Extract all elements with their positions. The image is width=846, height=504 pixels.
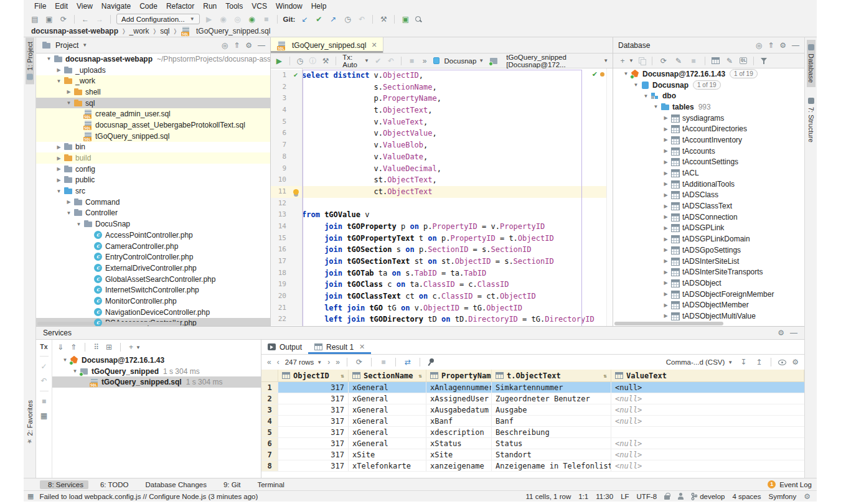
- tool-strip-favorites-tab[interactable]: ★ 2: Favorites: [26, 396, 34, 449]
- collapse-all-icon[interactable]: ⇑: [768, 41, 774, 50]
- gutter-icon[interactable]: [289, 209, 302, 221]
- view-options-icon[interactable]: [778, 360, 786, 365]
- sort-icon[interactable]: ⇅: [604, 373, 607, 379]
- editor-line[interactable]: 4 t.ObjectText,: [271, 105, 613, 116]
- cell[interactable]: <null>: [611, 438, 804, 449]
- tree-row[interactable]: MonitorController.php: [36, 296, 270, 307]
- editor-line[interactable]: 7 v.ValueBlob,: [271, 139, 613, 151]
- expand-arrow-icon[interactable]: [55, 156, 63, 161]
- editor-line[interactable]: 10 st.ObjectText,: [271, 174, 613, 186]
- menu-item[interactable]: Window: [271, 1, 307, 11]
- expand-arrow-icon[interactable]: [662, 159, 670, 165]
- debug-icon[interactable]: ◉: [219, 15, 228, 24]
- highlighting-level-icon[interactable]: [677, 493, 684, 500]
- git-commit-icon[interactable]: ✔: [314, 15, 324, 24]
- gear-icon[interactable]: ⚙: [779, 41, 786, 50]
- file-encoding[interactable]: UTF-8: [637, 493, 657, 500]
- tree-row[interactable]: _uploads: [36, 65, 270, 76]
- gutter-icon[interactable]: [289, 256, 302, 268]
- tree-row[interactable]: tADSClass: [613, 190, 804, 201]
- tree-row[interactable]: CameraController.php: [36, 241, 270, 252]
- expand-arrow-icon[interactable]: [662, 291, 670, 297]
- page-size-select[interactable]: 247 rows▼: [285, 358, 322, 366]
- tree-row[interactable]: _work: [36, 75, 270, 86]
- framework-info[interactable]: Symfony: [768, 493, 796, 500]
- tree-row[interactable]: Docusnap@172.16.1.43 1 of 19: [613, 68, 804, 80]
- tree-row[interactable]: tables 993: [613, 101, 804, 113]
- tree-row[interactable]: sysdiagrams: [613, 113, 804, 124]
- cell[interactable]: xGeneral: [349, 404, 426, 415]
- profiler-icon[interactable]: ◉: [247, 15, 257, 24]
- cell[interactable]: xGeneral: [349, 382, 426, 393]
- tree-row[interactable]: NavigationDeviceController.php: [36, 307, 270, 318]
- tree-row[interactable]: Docusnap 1 of 19: [613, 80, 804, 91]
- gutter-icon[interactable]: [289, 163, 302, 175]
- sort-icon[interactable]: ⇅: [419, 373, 422, 379]
- horizontal-scrollbar[interactable]: [614, 322, 723, 325]
- table-row[interactable]: 4 317 xGeneral xBanf Banf <null>: [261, 416, 804, 427]
- gutter-icon[interactable]: [289, 314, 302, 325]
- table-row[interactable]: 5 317 xGeneral xdescription Beschreibung: [261, 427, 804, 438]
- gutter-icon[interactable]: [289, 151, 302, 163]
- breadcrumb-item[interactable]: _work: [129, 27, 149, 35]
- table-row[interactable]: 6 317 xGeneral xStatus Status <null>: [261, 438, 804, 449]
- expand-arrow-icon[interactable]: [632, 82, 640, 88]
- schema-select[interactable]: Docusnap▼: [444, 57, 484, 65]
- column-header[interactable]: SectionName⇅: [349, 370, 426, 381]
- expand-arrow-icon[interactable]: [65, 210, 73, 216]
- rollback-tx-icon[interactable]: ↶: [387, 57, 395, 65]
- project-panel-title[interactable]: Project: [55, 41, 78, 50]
- stop-icon[interactable]: ■: [689, 57, 698, 65]
- tree-row[interactable]: ExternalDriveController.php: [36, 263, 270, 274]
- breadcrumb-item[interactable]: docusnap-asset-webapp: [31, 27, 118, 35]
- gutter-icon[interactable]: [289, 186, 302, 198]
- tree-row[interactable]: DocuSnap: [36, 218, 270, 230]
- git-push-icon[interactable]: ↗: [328, 15, 338, 24]
- gutter-icon[interactable]: [289, 128, 302, 139]
- prev-page-icon[interactable]: ‹: [277, 358, 280, 366]
- gutter-icon[interactable]: [289, 233, 302, 245]
- refresh-icon[interactable]: ⟳: [659, 57, 669, 65]
- tool-window-button[interactable]: Terminal: [249, 480, 289, 489]
- tree-row[interactable]: tADSGpoSettings: [613, 245, 804, 256]
- cell[interactable]: 317: [278, 416, 349, 426]
- table-row[interactable]: 3 317 xGeneral xAusgabedatum Ausgabe <nu…: [261, 404, 804, 416]
- tree-row[interactable]: tAccountDirectories: [613, 123, 804, 134]
- history-icon[interactable]: ◷: [296, 57, 304, 65]
- gutter-icon[interactable]: [289, 279, 302, 291]
- next-page-icon[interactable]: ›: [327, 358, 330, 366]
- tree-row[interactable]: bin: [36, 142, 270, 153]
- column-header[interactable]: ValueText: [611, 370, 804, 381]
- expand-arrow-icon[interactable]: [61, 357, 69, 363]
- tree-row[interactable]: create_admin_user.sql: [36, 108, 270, 119]
- expand-arrow-icon[interactable]: [55, 144, 63, 150]
- horizontal-scrollbar[interactable]: [37, 322, 181, 325]
- pin-tab-icon[interactable]: [427, 358, 435, 366]
- tree-row[interactable]: dbo: [613, 90, 804, 101]
- editor-line[interactable]: 12: [271, 198, 613, 210]
- editor-line[interactable]: 16 join tGOSection s on p.SectionID = s.…: [271, 244, 613, 256]
- sort-icon[interactable]: ⇅: [341, 373, 344, 379]
- editor-line[interactable]: 11 ct.ObjectText: [271, 186, 613, 198]
- tree-row[interactable]: tACL: [613, 167, 804, 179]
- expand-arrow-icon[interactable]: [662, 192, 670, 198]
- editor-line[interactable]: 5 v.ValueText,: [271, 116, 613, 128]
- expand-arrow-icon[interactable]: [65, 199, 73, 205]
- gutter-icon[interactable]: [289, 221, 302, 233]
- cell[interactable]: xTelefonkarte: [349, 460, 426, 471]
- back-icon[interactable]: ←: [80, 15, 90, 24]
- expand-arrow-icon[interactable]: [652, 104, 660, 110]
- editor-line[interactable]: 19 join tGOClass c on ta.ClassID = c.Cla…: [271, 279, 613, 291]
- cell[interactable]: 317: [278, 427, 349, 437]
- session-select[interactable]: tGoQuery_snipped [Docusnap@172...▼: [506, 54, 608, 68]
- tree-row[interactable]: tADSObjectMember: [613, 299, 804, 310]
- filter-icon[interactable]: [760, 57, 768, 65]
- execute-icon[interactable]: ▶: [275, 57, 283, 65]
- cell[interactable]: xdescription: [426, 427, 492, 437]
- tree-row[interactable]: tGoQuery_snipped.sql 1 s 304 ms: [52, 376, 261, 388]
- last-page-icon[interactable]: »: [336, 358, 340, 366]
- cell[interactable]: xanzeigename: [426, 460, 492, 471]
- tool-strip-project-tab[interactable]: 1: Project: [26, 37, 34, 84]
- coverage-icon[interactable]: ◎: [233, 15, 243, 24]
- cell[interactable]: 317: [278, 382, 349, 393]
